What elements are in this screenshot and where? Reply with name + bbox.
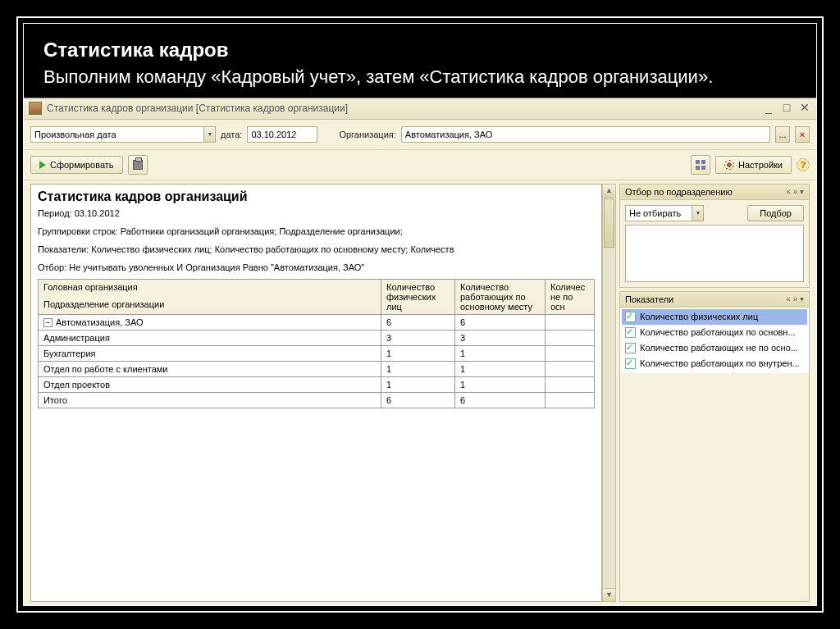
titlebar: Статистика кадров организации [Статистик…	[24, 98, 816, 120]
settings-label: Настройки	[738, 160, 783, 170]
slide-inner-frame: Статистика кадров Выполним команду «Кадр…	[23, 23, 817, 606]
app-window: Статистика кадров организации [Статистик…	[24, 98, 816, 605]
indicator-item[interactable]: Количество работающих по основн...	[622, 325, 807, 340]
table-row: Отдел проектов 1 1	[39, 377, 595, 393]
indicators-panel: Показатели « » ▾ Количество физических л…	[619, 291, 810, 602]
chevron-down-icon[interactable]	[692, 206, 703, 221]
org-value: Автоматизация, ЗАО	[405, 130, 493, 139]
table-total-row: Итого 6 6	[39, 393, 595, 408]
org-label: Организация:	[339, 130, 395, 139]
window-title: Статистика кадров организации [Статистик…	[47, 103, 348, 114]
params-bar: Произвольная дата дата: 03.10.2012 Орган…	[24, 120, 816, 150]
report-area: Статистика кадров организаций Период: 03…	[30, 184, 602, 602]
window-controls: _ □ ✕	[762, 103, 811, 115]
report-title: Статистика кадров организаций	[38, 189, 595, 204]
checkbox-icon[interactable]	[625, 312, 636, 322]
col-header-org: Головная организация	[39, 280, 381, 298]
grid-icon	[696, 160, 705, 170]
print-icon	[133, 160, 143, 170]
filter-panel-head: Отбор по подразделению « » ▾	[620, 185, 809, 200]
org-select-button[interactable]: ...	[775, 126, 790, 143]
close-button[interactable]: ✕	[798, 103, 811, 115]
report-filter: Отбор: Не учитывать уволенных И Организа…	[38, 262, 595, 275]
main-area: Статистика кадров организаций Период: 03…	[24, 180, 816, 605]
layout-button[interactable]	[691, 155, 710, 175]
filter-panel: Отбор по подразделению « » ▾ Не отбирать…	[619, 184, 810, 288]
table-row: Отдел по работе с клиентами 1 1	[39, 362, 595, 377]
slide-outer-frame: Статистика кадров Выполним команду «Кадр…	[16, 16, 824, 613]
date-field[interactable]: 03.10.2012	[247, 126, 317, 143]
col-header-dept: Подразделение организации	[39, 297, 381, 315]
play-icon	[39, 161, 46, 169]
panel-controls[interactable]: « » ▾	[786, 187, 804, 196]
col-header-count3: Количес не по осн	[546, 280, 595, 315]
collapse-icon[interactable]: −	[43, 318, 52, 327]
filter-panel-title: Отбор по подразделению	[625, 187, 733, 197]
checkbox-icon[interactable]	[625, 343, 636, 353]
indicator-item[interactable]: Количество физических лиц	[622, 309, 807, 325]
period-type-combo[interactable]: Произвольная дата	[30, 126, 216, 143]
app-icon	[29, 102, 42, 115]
gear-icon	[724, 160, 734, 170]
checkbox-icon[interactable]	[625, 358, 636, 369]
generate-button[interactable]: Сформировать	[30, 156, 123, 174]
report-indicators: Показатели: Количество физических лиц; К…	[38, 244, 595, 257]
scroll-thumb[interactable]	[604, 198, 614, 248]
date-label: дата:	[221, 130, 242, 139]
minimize-button[interactable]: _	[762, 103, 775, 115]
filter-list[interactable]	[625, 225, 804, 282]
filter-panel-body: Не отбирать Подбор	[620, 200, 809, 287]
col-header-count1: Количество физических лиц	[381, 280, 455, 315]
side-panel: Отбор по подразделению « » ▾ Не отбирать…	[619, 184, 810, 602]
slide-description: Выполним команду «Кадровый учет», затем …	[43, 65, 797, 89]
print-button[interactable]	[128, 155, 148, 175]
table-row: Администрация 3 3	[39, 330, 595, 346]
table-row: −Автоматизация, ЗАО 6 6	[39, 315, 595, 330]
report-scrollbar[interactable]: ▲ ▼	[602, 184, 616, 602]
slide-header: Статистика кадров Выполним команду «Кадр…	[24, 24, 816, 98]
panel-controls[interactable]: « » ▾	[786, 294, 804, 303]
org-field[interactable]: Автоматизация, ЗАО	[401, 126, 770, 143]
indicators-panel-title: Показатели	[625, 294, 673, 304]
indicator-item[interactable]: Количество работающих по внутрен...	[622, 356, 807, 371]
filter-mode-combo[interactable]: Не отбирать	[625, 205, 704, 221]
report-period: Период: 03.10.2012	[38, 207, 595, 221]
period-type-value: Произвольная дата	[34, 130, 116, 139]
org-clear-button[interactable]: ×	[795, 126, 810, 143]
report-groupings: Группировки строк: Работники организаций…	[38, 226, 595, 239]
table-row: Бухгалтерия 1 1	[39, 346, 595, 362]
checkbox-icon[interactable]	[625, 327, 636, 338]
pick-button[interactable]: Подбор	[747, 205, 804, 221]
indicators-panel-head: Показатели « » ▾	[620, 292, 809, 308]
indicator-item[interactable]: Количество работающих не по осно...	[622, 340, 807, 356]
chevron-down-icon[interactable]	[203, 127, 215, 142]
help-button[interactable]: ?	[797, 158, 810, 171]
maximize-button[interactable]: □	[780, 103, 793, 115]
toolbar: Сформировать Настройки ?	[24, 150, 816, 180]
slide-title: Статистика кадров	[43, 39, 797, 62]
col-header-count2: Количество работающих по основному месту	[455, 280, 546, 315]
date-value: 03.10.2012	[251, 130, 296, 139]
settings-button[interactable]: Настройки	[715, 156, 792, 174]
indicators-list: Количество физических лиц Количество раб…	[620, 308, 809, 373]
report-table: Головная организация Количество физическ…	[38, 279, 595, 408]
scroll-up-icon[interactable]: ▲	[603, 185, 615, 198]
scroll-down-icon[interactable]: ▼	[603, 588, 615, 601]
generate-label: Сформировать	[50, 160, 114, 170]
